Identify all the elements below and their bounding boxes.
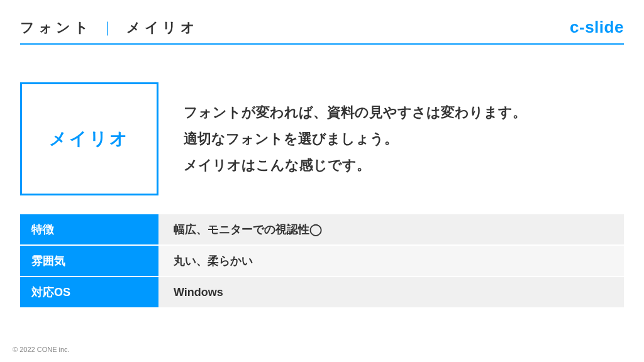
slide-header: フォント ｜ メイリオ c-slide [20,18,624,45]
table-row: 特徴 幅広、モニターでの視認性◯ [20,214,624,246]
description-line: 適切なフォントを選びましょう。 [184,126,624,152]
attribute-value: 幅広、モニターでの視認性◯ [158,214,624,244]
attribute-value: 丸い、柔らかい [158,246,624,276]
slide-content: メイリオ フォントが変われば、資料の見やすさは変わります。 適切なフォントを選び… [20,45,624,309]
font-sample-box: メイリオ [20,82,158,195]
description-line: メイリオはこんな感じです。 [184,152,624,178]
breadcrumb: フォント ｜ メイリオ [20,18,198,37]
table-row: 雰囲気 丸い、柔らかい [20,246,624,277]
top-section: メイリオ フォントが変われば、資料の見やすさは変わります。 適切なフォントを選び… [20,82,624,195]
attribute-value: Windows [158,277,624,307]
table-row: 対応OS Windows [20,277,624,309]
breadcrumb-category: フォント [20,19,92,35]
description-text: フォントが変われば、資料の見やすさは変わります。 適切なフォントを選びましょう。… [184,99,624,178]
copyright-footer: © 2022 CONE inc. [13,346,70,353]
breadcrumb-separator: ｜ [101,19,118,35]
font-sample-label: メイリオ [49,127,129,151]
breadcrumb-item: メイリオ [126,19,198,35]
attribute-table: 特徴 幅広、モニターでの視認性◯ 雰囲気 丸い、柔らかい 対応OS Window… [20,214,624,309]
description-line: フォントが変われば、資料の見やすさは変わります。 [184,99,624,126]
attribute-key: 特徴 [20,214,158,244]
attribute-key: 対応OS [20,277,158,307]
attribute-key: 雰囲気 [20,246,158,276]
slide: フォント ｜ メイリオ c-slide メイリオ フォントが変われば、資料の見や… [0,0,644,362]
brand-logo: c-slide [570,18,624,37]
